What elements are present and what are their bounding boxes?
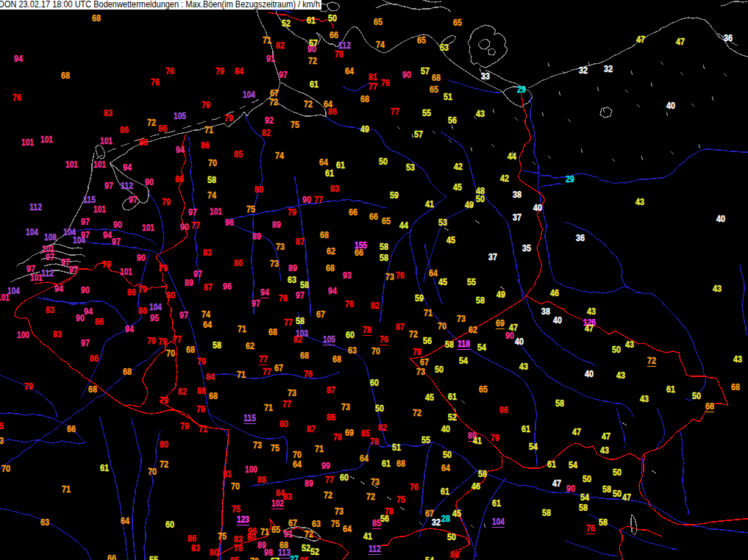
svg-text:86: 86 <box>138 305 147 316</box>
svg-text:78: 78 <box>333 431 342 442</box>
svg-text:51: 51 <box>392 442 401 453</box>
svg-text:64: 64 <box>345 65 354 76</box>
svg-text:79: 79 <box>180 420 189 431</box>
svg-text:50: 50 <box>375 403 384 414</box>
svg-text:73: 73 <box>335 506 343 517</box>
svg-text:71: 71 <box>260 526 269 537</box>
svg-text:100: 100 <box>17 329 29 340</box>
svg-text:43: 43 <box>625 339 634 350</box>
svg-text:71: 71 <box>204 124 213 135</box>
svg-text:86: 86 <box>158 123 167 134</box>
svg-text:94: 94 <box>176 144 185 155</box>
svg-text:76: 76 <box>13 92 21 103</box>
svg-text:58: 58 <box>213 340 221 351</box>
svg-text:47: 47 <box>552 478 561 489</box>
svg-text:54: 54 <box>569 459 577 470</box>
svg-text:70: 70 <box>148 466 157 477</box>
svg-text:84: 84 <box>206 371 215 382</box>
svg-text:63: 63 <box>0 435 4 446</box>
svg-text:68: 68 <box>209 390 218 401</box>
svg-text:58: 58 <box>478 468 487 479</box>
svg-text:55: 55 <box>467 276 476 287</box>
svg-text:68: 68 <box>268 326 277 337</box>
svg-text:75: 75 <box>271 442 279 453</box>
svg-text:75: 75 <box>331 518 340 529</box>
svg-text:101: 101 <box>93 204 106 215</box>
svg-text:75: 75 <box>0 420 4 431</box>
svg-text:74: 74 <box>202 309 210 320</box>
svg-text:47: 47 <box>572 426 581 437</box>
svg-text:94: 94 <box>84 306 93 317</box>
svg-text:41: 41 <box>363 531 372 542</box>
svg-text:70: 70 <box>438 320 446 331</box>
svg-text:79: 79 <box>102 259 111 270</box>
svg-text:58: 58 <box>555 398 564 409</box>
svg-text:66: 66 <box>349 207 357 218</box>
svg-text:79: 79 <box>160 395 168 406</box>
svg-text:77: 77 <box>391 106 399 117</box>
svg-text:75: 75 <box>218 531 227 542</box>
svg-text:DON 23.02.17 18:00 UTC Bodenw: DON 23.02.17 18:00 UTC Bodenwettermeldun… <box>0 0 320 10</box>
svg-text:58: 58 <box>602 484 611 495</box>
svg-text:72: 72 <box>304 98 313 110</box>
svg-text:94: 94 <box>123 162 132 173</box>
svg-text:79: 79 <box>147 335 156 346</box>
svg-text:76: 76 <box>380 334 388 345</box>
svg-text:44: 44 <box>399 220 408 231</box>
svg-text:61: 61 <box>441 486 449 497</box>
svg-text:41: 41 <box>473 435 482 446</box>
svg-text:102: 102 <box>271 498 284 509</box>
svg-text:79: 79 <box>138 284 147 295</box>
svg-text:45: 45 <box>453 182 462 193</box>
svg-text:96: 96 <box>223 281 232 292</box>
svg-text:58: 58 <box>380 241 388 252</box>
svg-text:80: 80 <box>160 439 168 450</box>
svg-text:29: 29 <box>566 173 574 184</box>
svg-text:75: 75 <box>291 119 299 130</box>
svg-text:45: 45 <box>446 234 455 245</box>
svg-text:94: 94 <box>260 287 269 298</box>
svg-text:79: 79 <box>159 262 168 273</box>
svg-text:101: 101 <box>142 222 154 233</box>
svg-text:27: 27 <box>290 553 299 560</box>
svg-text:88: 88 <box>257 474 266 485</box>
svg-text:73: 73 <box>385 271 394 282</box>
svg-text:57: 57 <box>421 65 430 76</box>
svg-text:65: 65 <box>382 215 391 226</box>
svg-text:64: 64 <box>121 515 129 526</box>
svg-text:65: 65 <box>479 384 488 395</box>
svg-text:43: 43 <box>519 361 528 372</box>
svg-text:94: 94 <box>328 285 337 296</box>
svg-text:40: 40 <box>585 368 594 379</box>
svg-text:77: 77 <box>284 317 293 328</box>
svg-text:68: 68 <box>705 401 714 412</box>
svg-text:38: 38 <box>541 306 550 317</box>
svg-text:84: 84 <box>235 65 243 76</box>
svg-text:71: 71 <box>238 323 246 334</box>
svg-text:101: 101 <box>210 206 222 217</box>
svg-text:50: 50 <box>328 12 337 24</box>
svg-text:61: 61 <box>336 159 345 170</box>
svg-text:86: 86 <box>328 106 337 117</box>
svg-text:50: 50 <box>612 344 621 355</box>
svg-text:96: 96 <box>225 217 234 228</box>
svg-text:89: 89 <box>252 231 261 242</box>
svg-text:82: 82 <box>371 300 380 311</box>
svg-text:79: 79 <box>413 346 421 357</box>
svg-text:71: 71 <box>62 484 71 495</box>
svg-text:50: 50 <box>447 531 456 542</box>
svg-text:40: 40 <box>666 100 675 111</box>
svg-text:82: 82 <box>276 40 285 51</box>
svg-text:79: 79 <box>158 336 167 347</box>
svg-text:93: 93 <box>343 270 352 281</box>
svg-text:77: 77 <box>325 474 334 485</box>
svg-text:59: 59 <box>390 190 399 201</box>
svg-text:58: 58 <box>380 252 388 263</box>
svg-text:38: 38 <box>513 189 521 200</box>
svg-text:104: 104 <box>243 89 255 100</box>
svg-text:87: 87 <box>327 384 335 395</box>
svg-text:63: 63 <box>312 518 321 529</box>
svg-text:90: 90 <box>505 330 514 341</box>
svg-text:42: 42 <box>500 173 509 184</box>
svg-text:61: 61 <box>100 462 109 473</box>
